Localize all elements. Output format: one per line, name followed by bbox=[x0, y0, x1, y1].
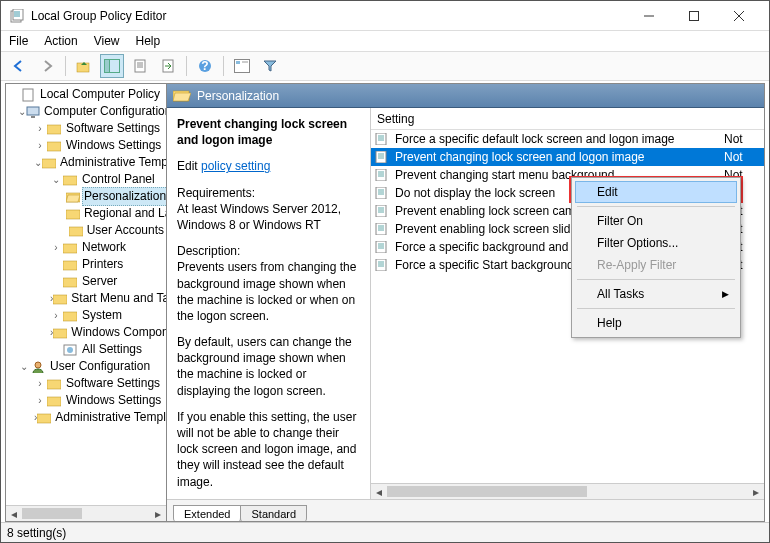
tree-software-settings[interactable]: Software Settings bbox=[64, 120, 162, 137]
expander-icon[interactable]: ⌄ bbox=[50, 171, 62, 188]
tree-network[interactable]: Network bbox=[80, 239, 128, 256]
svg-rect-38 bbox=[376, 169, 386, 181]
expander-icon[interactable]: › bbox=[34, 375, 46, 392]
menu-action[interactable]: Action bbox=[44, 34, 77, 48]
list-scrollbar[interactable]: ◂▸ bbox=[371, 483, 764, 499]
svg-rect-13 bbox=[23, 89, 33, 101]
tree-printers[interactable]: Printers bbox=[80, 256, 125, 273]
context-menu: Edit Filter On Filter Options... Re-Appl… bbox=[571, 177, 741, 338]
svg-rect-15 bbox=[31, 116, 35, 118]
svg-rect-12 bbox=[242, 61, 248, 63]
expander-icon[interactable]: › bbox=[34, 392, 46, 409]
tab-strip: Extended Standard bbox=[167, 499, 764, 521]
up-button[interactable] bbox=[72, 54, 96, 78]
svg-rect-11 bbox=[236, 61, 240, 64]
tab-extended[interactable]: Extended bbox=[173, 505, 241, 522]
options-button[interactable] bbox=[230, 54, 254, 78]
forward-button[interactable] bbox=[35, 54, 59, 78]
folder-icon bbox=[62, 258, 78, 272]
svg-rect-43 bbox=[376, 259, 386, 271]
column-setting[interactable]: Setting bbox=[377, 112, 758, 126]
tree-server[interactable]: Server bbox=[80, 273, 119, 290]
svg-rect-22 bbox=[69, 227, 83, 236]
expander-icon[interactable]: › bbox=[50, 239, 62, 256]
tree-control-panel[interactable]: Control Panel bbox=[80, 171, 157, 188]
export-button[interactable] bbox=[156, 54, 180, 78]
folder-icon bbox=[42, 156, 56, 170]
status-bar: 8 setting(s) bbox=[1, 522, 769, 542]
svg-rect-2 bbox=[689, 11, 698, 20]
svg-rect-25 bbox=[63, 278, 77, 287]
tree-windows-components[interactable]: Windows Components bbox=[69, 324, 167, 341]
expander-icon[interactable]: ⌄ bbox=[34, 154, 42, 171]
edit-policy-link[interactable]: policy setting bbox=[201, 159, 270, 173]
tree-root[interactable]: Local Computer Policy bbox=[38, 86, 162, 103]
minimize-button[interactable] bbox=[626, 2, 671, 30]
list-item[interactable]: Prevent changing lock screen and logon i… bbox=[371, 148, 764, 166]
list-item[interactable]: Force a specific default lock screen and… bbox=[371, 130, 764, 148]
list-item-state: Not bbox=[724, 150, 760, 164]
ctx-edit[interactable]: Edit bbox=[575, 181, 737, 203]
expander-icon[interactable]: › bbox=[34, 120, 46, 137]
tree-computer-config[interactable]: Computer Configuration bbox=[42, 103, 167, 120]
tree-u-admin-templates[interactable]: Administrative Templates bbox=[53, 409, 167, 426]
svg-rect-34 bbox=[37, 414, 51, 423]
tree-all-settings[interactable]: All Settings bbox=[80, 341, 144, 358]
tree-windows-settings[interactable]: Windows Settings bbox=[64, 137, 163, 154]
svg-rect-14 bbox=[27, 107, 39, 115]
folder-icon bbox=[53, 326, 67, 340]
policy-item-icon bbox=[375, 168, 391, 182]
svg-rect-28 bbox=[53, 329, 67, 338]
ctx-filter-options[interactable]: Filter Options... bbox=[575, 232, 737, 254]
show-tree-button[interactable] bbox=[100, 54, 124, 78]
title-bar: Local Group Policy Editor bbox=[1, 1, 769, 31]
breadcrumb-title: Personalization bbox=[197, 89, 279, 103]
ctx-help[interactable]: Help bbox=[575, 312, 737, 334]
svg-rect-39 bbox=[376, 187, 386, 199]
ctx-reapply-filter: Re-Apply Filter bbox=[575, 254, 737, 276]
properties-button[interactable] bbox=[128, 54, 152, 78]
svg-rect-37 bbox=[376, 151, 386, 163]
description-p1: Prevents users from changing the backgro… bbox=[177, 260, 356, 323]
expander-icon[interactable]: ⌄ bbox=[18, 103, 26, 120]
ctx-filter-on[interactable]: Filter On bbox=[575, 210, 737, 232]
description-p2: By default, users can change the backgro… bbox=[177, 334, 360, 399]
menu-view[interactable]: View bbox=[94, 34, 120, 48]
toolbar: ? bbox=[1, 51, 769, 81]
back-button[interactable] bbox=[7, 54, 31, 78]
filter-button[interactable] bbox=[258, 54, 282, 78]
tree-admin-templates[interactable]: Administrative Templates bbox=[58, 154, 167, 171]
help-button[interactable]: ? bbox=[193, 54, 217, 78]
policy-item-icon bbox=[375, 132, 391, 146]
close-button[interactable] bbox=[716, 2, 761, 30]
expander-icon[interactable]: ⌄ bbox=[18, 358, 30, 375]
setting-heading: Prevent changing lock screen and logon i… bbox=[177, 116, 360, 148]
tree-user-config[interactable]: User Configuration bbox=[48, 358, 152, 375]
folder-icon bbox=[69, 224, 83, 238]
folder-icon bbox=[62, 275, 78, 289]
tree-personalization[interactable]: Personalization bbox=[82, 187, 167, 206]
tab-standard[interactable]: Standard bbox=[240, 505, 307, 522]
tree-user-accounts[interactable]: User Accounts bbox=[85, 222, 166, 239]
menu-file[interactable]: File bbox=[9, 34, 28, 48]
folder-icon bbox=[62, 173, 78, 187]
tree-u-windows-settings[interactable]: Windows Settings bbox=[64, 392, 163, 409]
folder-icon bbox=[37, 411, 51, 425]
list-header[interactable]: Setting bbox=[371, 108, 764, 130]
tree-regional[interactable]: Regional and Language Options bbox=[82, 205, 167, 222]
maximize-button[interactable] bbox=[671, 2, 716, 30]
svg-rect-41 bbox=[376, 223, 386, 235]
tree-scrollbar[interactable]: ◂▸ bbox=[6, 505, 166, 521]
menu-help[interactable]: Help bbox=[136, 34, 161, 48]
svg-rect-16 bbox=[47, 125, 61, 134]
list-item-label: Prevent changing lock screen and logon i… bbox=[395, 150, 724, 164]
ctx-all-tasks[interactable]: All Tasks▶ bbox=[575, 283, 737, 305]
svg-rect-27 bbox=[63, 312, 77, 321]
expander-icon[interactable]: › bbox=[50, 307, 62, 324]
tree-system[interactable]: System bbox=[80, 307, 124, 324]
expander-icon[interactable]: › bbox=[34, 137, 46, 154]
tree-start-menu[interactable]: Start Menu and Taskbar bbox=[69, 290, 167, 307]
tree-u-software-settings[interactable]: Software Settings bbox=[64, 375, 162, 392]
folder-icon bbox=[62, 241, 78, 255]
menu-bar: File Action View Help bbox=[1, 31, 769, 51]
